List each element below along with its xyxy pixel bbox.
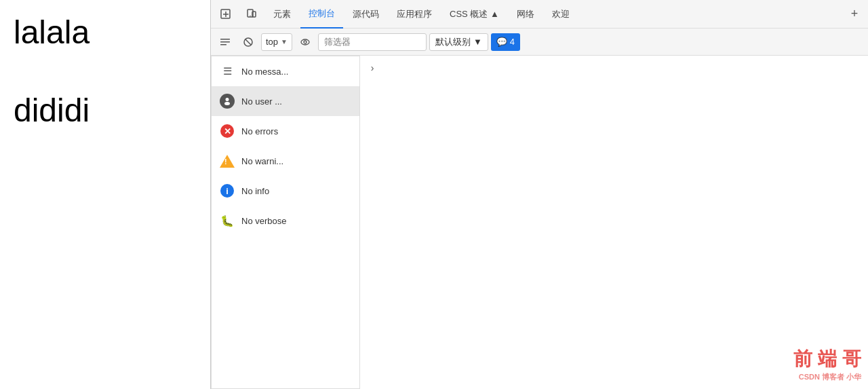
errors-filter-item[interactable]: ✕ No errors <box>212 116 359 146</box>
messages-label: No messa... <box>241 67 288 77</box>
inspect-element-button[interactable] <box>214 2 238 26</box>
verbose-filter-item[interactable]: 🐛 No verbose <box>212 206 359 236</box>
context-label: top <box>266 37 278 47</box>
issues-badge[interactable]: 💬 4 <box>491 33 520 51</box>
tab-console[interactable]: 控制台 <box>300 0 343 29</box>
console-main-area: ☰ No messa... No user ... ✕ <box>211 56 868 389</box>
svg-rect-7 <box>220 41 230 43</box>
tab-sources[interactable]: 源代码 <box>344 0 387 29</box>
verbose-label: No verbose <box>241 216 286 226</box>
svg-rect-8 <box>220 44 226 45</box>
messages-filter-item[interactable]: ☰ No messa... <box>212 56 359 86</box>
issues-count: 4 <box>510 37 515 47</box>
console-output-area: › <box>360 56 868 389</box>
error-icon: ✕ <box>220 124 234 138</box>
watermark: 前 端 哥 CSDN 博客者 小华 <box>793 346 861 382</box>
tab-elements[interactable]: 元素 <box>265 0 299 29</box>
svg-rect-6 <box>220 39 230 40</box>
filter-input[interactable] <box>318 33 427 51</box>
log-type-dropdown: ☰ No messa... No user ... ✕ <box>211 56 360 389</box>
issues-icon: 💬 <box>496 37 507 47</box>
stop-recording-button[interactable] <box>238 33 258 52</box>
devtools-panel: 元素 控制台 源代码 应用程序 CSS 概述 ▲ 网络 欢迎 + <box>210 0 868 389</box>
svg-point-11 <box>301 39 309 45</box>
svg-point-14 <box>224 102 230 105</box>
messages-icon: ☰ <box>223 65 232 77</box>
warnings-filter-item[interactable]: No warni... <box>212 146 359 176</box>
tab-welcome[interactable]: 欢迎 <box>544 0 578 29</box>
tab-application[interactable]: 应用程序 <box>389 0 440 29</box>
tab-bar: 元素 控制台 源代码 应用程序 CSS 概述 ▲ 网络 欢迎 + <box>211 0 868 29</box>
console-toolbar: top ▼ 默认级别 ▼ 💬 4 <box>211 29 868 56</box>
info-filter-item[interactable]: i No info <box>212 176 359 206</box>
svg-point-13 <box>226 98 229 101</box>
svg-rect-4 <box>252 12 256 17</box>
svg-point-5 <box>250 15 250 16</box>
device-toggle-button[interactable] <box>239 2 264 26</box>
user-messages-label: No user ... <box>241 96 282 107</box>
context-arrow-icon: ▼ <box>281 38 288 45</box>
tab-css-overview[interactable]: CSS 概述 ▲ <box>441 0 507 29</box>
verbose-icon: 🐛 <box>220 215 234 227</box>
user-icon <box>220 94 235 109</box>
warnings-label: No warni... <box>241 156 283 166</box>
expand-sidebar-button[interactable]: › <box>363 58 382 77</box>
svg-line-10 <box>245 39 251 45</box>
info-label: No info <box>241 186 269 196</box>
info-icon: i <box>220 184 234 198</box>
warning-icon <box>220 155 235 168</box>
clear-console-button[interactable] <box>215 33 235 52</box>
context-selector[interactable]: top ▼ <box>261 33 292 51</box>
page-content: lalala dididi <box>0 0 210 389</box>
errors-label: No errors <box>241 126 278 136</box>
page-text-1: lalala <box>14 14 197 51</box>
live-expressions-button[interactable] <box>295 33 315 52</box>
page-text-2: dididi <box>14 92 197 129</box>
user-messages-filter-item[interactable]: No user ... <box>212 86 359 116</box>
tab-network[interactable]: 网络 <box>509 0 542 29</box>
log-level-selector[interactable]: 默认级别 ▼ <box>429 33 488 51</box>
svg-point-12 <box>304 41 307 43</box>
add-tab-button[interactable]: + <box>844 3 865 25</box>
